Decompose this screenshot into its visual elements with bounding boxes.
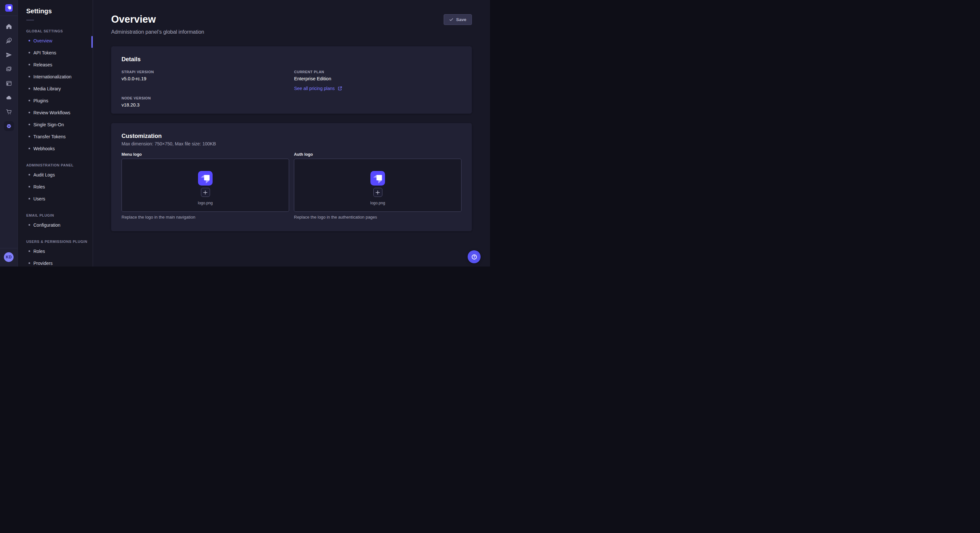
auth-logo-preview (371, 171, 385, 186)
gear-icon (6, 123, 12, 129)
save-button[interactable]: Save (444, 14, 472, 25)
strapi-version-field: STRAPI VERSION v5.0.0-rc.19 (121, 70, 289, 81)
bullet-icon (29, 224, 30, 226)
menu-logo-filename: logo.png (198, 201, 213, 205)
subnav-item-media-library[interactable]: Media Library (18, 82, 93, 95)
active-item-indicator (91, 36, 93, 48)
page-subtitle: Administration panel’s global informatio… (111, 29, 204, 35)
main-nav-rail: KD (0, 0, 18, 266)
menu-logo-block: Menu logo logo.png Replace the logo in t… (121, 152, 289, 219)
rail-divider-bottom (0, 248, 18, 248)
strapi-logo[interactable] (5, 4, 13, 12)
cart-icon (6, 109, 12, 115)
details-fields: STRAPI VERSION v5.0.0-rc.19 NODE VERSION… (121, 70, 461, 108)
pricing-plans-link[interactable]: See all pricing plans (294, 86, 342, 91)
subnav-item-admin-users[interactable]: Users (18, 193, 93, 205)
subnav-item-plugins[interactable]: Plugins (18, 95, 93, 106)
nav-content-manager-button[interactable] (0, 76, 18, 90)
nav-settings-button[interactable] (0, 119, 18, 133)
nav-content-type-builder-button[interactable] (0, 33, 18, 48)
subnav-item-admin-roles[interactable]: Roles (18, 181, 93, 193)
rail-icon-nav (0, 16, 18, 133)
user-avatar[interactable]: KD (4, 252, 14, 262)
section-label: ADMINISTRATION PANEL (26, 163, 93, 167)
save-button-label: Save (456, 17, 466, 22)
logo-upload-row: Menu logo logo.png Replace the logo in t… (121, 152, 461, 219)
page-header-text: Overview Administration panel’s global i… (111, 14, 204, 35)
strapi-version-value: v5.0.0-rc.19 (121, 76, 289, 81)
strapi-logo-icon (5, 4, 13, 12)
subnav-item-label: Internationalization (33, 74, 72, 79)
auth-logo-add-button[interactable] (373, 188, 382, 197)
subnav-item-label: Overview (33, 38, 52, 43)
customization-constraints: Max dimension: 750×750, Max file size: 1… (121, 141, 461, 146)
auth-logo-label: Auth logo (294, 152, 461, 157)
pricing-plans-link-label: See all pricing plans (294, 86, 335, 91)
subnav-item-label: Users (33, 196, 45, 201)
nav-home-button[interactable] (0, 19, 18, 33)
subnav-item-label: Releases (33, 62, 52, 67)
subnav-item-overview[interactable]: Overview (18, 35, 93, 47)
paper-plane-icon (6, 52, 12, 58)
bullet-icon (29, 250, 30, 252)
subnav-item-up-roles[interactable]: Roles (18, 245, 93, 257)
bullet-icon (29, 262, 30, 264)
strapi-version-label: STRAPI VERSION (121, 70, 289, 74)
subnav-item-label: Providers (33, 261, 52, 266)
menu-logo-add-button[interactable] (201, 188, 210, 197)
subnav-item-label: Media Library (33, 86, 61, 91)
rail-bottom: KD (0, 248, 18, 266)
section-users-permissions-plugin: USERS & PERMISSIONS PLUGIN Roles Provide… (18, 240, 93, 266)
page-header: Overview Administration panel’s global i… (111, 14, 472, 35)
menu-logo-dropzone[interactable]: logo.png (121, 159, 289, 212)
nav-marketplace-button[interactable] (0, 105, 18, 119)
subnav-item-email-configuration[interactable]: Configuration (18, 219, 93, 231)
auth-logo-dropzone[interactable]: logo.png (294, 159, 461, 212)
subnav-item-releases[interactable]: Releases (18, 59, 93, 71)
details-right-column: CURRENT PLAN Enterprise Edition See all … (294, 70, 462, 108)
subnav-item-label: Transfer Tokens (33, 134, 66, 139)
section-label: GLOBAL SETTINGS (26, 29, 93, 33)
subnav-item-label: Webhooks (33, 146, 55, 151)
subnav-item-api-tokens[interactable]: API Tokens (18, 47, 93, 59)
bullet-icon (29, 198, 30, 200)
customization-card: Customization Max dimension: 750×750, Ma… (111, 123, 472, 231)
subnav-item-internationalization[interactable]: Internationalization (18, 71, 93, 82)
subnav-item-label: Plugins (33, 98, 48, 103)
subnav-item-label: Audit Logs (33, 172, 55, 178)
subnav-item-label: Roles (33, 184, 45, 189)
bullet-icon (29, 52, 30, 54)
details-card: Details STRAPI VERSION v5.0.0-rc.19 NODE… (111, 46, 472, 114)
node-version-label: NODE VERSION (121, 96, 289, 100)
subnav-item-review-workflows[interactable]: Review Workflows (18, 106, 93, 119)
subnav-title-divider (26, 20, 34, 21)
subnav-item-label: API Tokens (33, 50, 56, 56)
bullet-icon (29, 100, 30, 102)
section-email-plugin: EMAIL PLUGIN Configuration (18, 213, 93, 231)
details-left-column: STRAPI VERSION v5.0.0-rc.19 NODE VERSION… (121, 70, 289, 108)
bullet-icon (29, 174, 30, 176)
subnav-title: Settings (26, 8, 93, 15)
nav-deploy-button[interactable] (0, 48, 18, 62)
menu-logo-label: Menu logo (121, 152, 289, 157)
subnav-item-single-sign-on[interactable]: Single Sign-On (18, 119, 93, 130)
bullet-icon (29, 148, 30, 149)
subnav-item-audit-logs[interactable]: Audit Logs (18, 169, 93, 181)
bullet-icon (29, 40, 30, 41)
question-mark-icon: ? (471, 254, 478, 260)
nav-media-library-button[interactable] (0, 62, 18, 76)
nav-cloud-button[interactable] (0, 90, 18, 105)
current-plan-value: Enterprise Edition (294, 76, 462, 81)
bullet-icon (29, 76, 30, 78)
subnav-item-webhooks[interactable]: Webhooks (18, 143, 93, 154)
current-plan-label: CURRENT PLAN (294, 70, 462, 74)
subnav-item-transfer-tokens[interactable]: Transfer Tokens (18, 130, 93, 143)
node-version-value: v18.20.3 (121, 102, 289, 108)
layout-icon (6, 80, 12, 86)
subnav-item-label: Single Sign-On (33, 122, 64, 127)
external-link-icon (338, 86, 342, 90)
active-nav-highlight (4, 121, 14, 131)
plus-icon (375, 190, 380, 195)
subnav-item-up-providers[interactable]: Providers (18, 257, 93, 266)
help-button[interactable]: ? (468, 250, 480, 263)
